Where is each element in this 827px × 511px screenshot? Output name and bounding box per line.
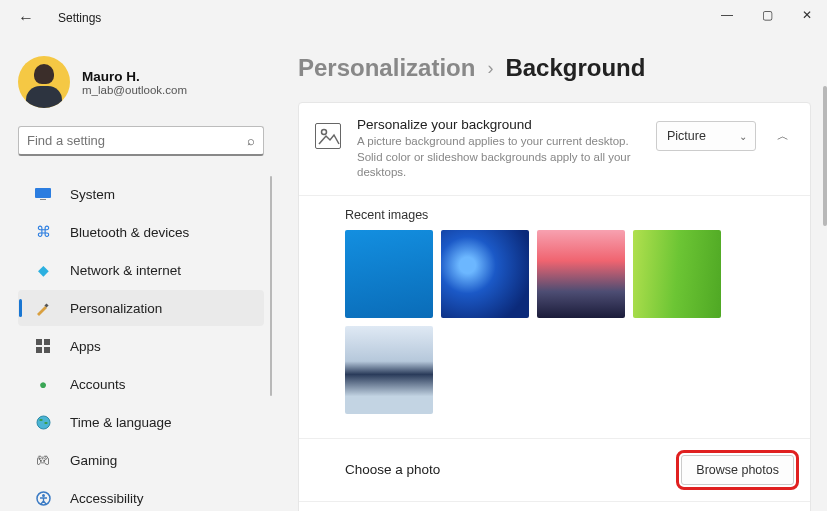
sidebar-item-time[interactable]: Time & language: [18, 404, 264, 440]
sidebar-item-gaming[interactable]: 🎮︎ Gaming: [18, 442, 264, 478]
recent-image-4[interactable]: [633, 230, 721, 318]
time-icon: [34, 415, 52, 430]
minimize-button[interactable]: —: [707, 0, 747, 30]
card-desc: A picture background applies to your cur…: [357, 134, 637, 181]
svg-rect-1: [40, 199, 46, 200]
chevron-down-icon: ⌄: [739, 131, 747, 142]
profile-email: m_lab@outlook.com: [82, 84, 187, 96]
sidebar-item-bluetooth[interactable]: ⌘ Bluetooth & devices: [18, 214, 264, 250]
sidebar-item-accessibility[interactable]: Accessibility: [18, 480, 264, 511]
breadcrumb: Personalization › Background: [298, 54, 811, 82]
breadcrumb-parent[interactable]: Personalization: [298, 54, 475, 82]
sidebar-item-personalization[interactable]: Personalization: [18, 290, 264, 326]
svg-rect-3: [36, 339, 42, 345]
svg-rect-4: [44, 339, 50, 345]
search-icon: ⌕: [247, 133, 255, 148]
sidebar-scrollbar[interactable]: [270, 176, 272, 396]
svg-rect-0: [35, 188, 51, 198]
select-value: Picture: [667, 129, 706, 143]
sidebar-item-apps[interactable]: Apps: [18, 328, 264, 364]
recent-images-label: Recent images: [345, 208, 794, 222]
profile-name: Mauro H.: [82, 69, 187, 84]
sidebar-item-label: Apps: [70, 339, 101, 354]
sidebar-item-label: Gaming: [70, 453, 117, 468]
recent-image-1[interactable]: [345, 230, 433, 318]
sidebar-item-label: Time & language: [70, 415, 172, 430]
gaming-icon: 🎮︎: [34, 453, 52, 468]
breadcrumb-current: Background: [505, 54, 645, 82]
collapse-button[interactable]: ︿: [772, 121, 794, 151]
svg-rect-5: [36, 347, 42, 353]
picture-icon: [315, 123, 341, 149]
svg-point-7: [37, 416, 50, 429]
recent-image-5[interactable]: [345, 326, 433, 414]
accounts-icon: ●: [34, 377, 52, 392]
chevron-up-icon: ︿: [777, 128, 789, 145]
svg-point-10: [322, 130, 327, 135]
sidebar-item-label: Accessibility: [70, 491, 144, 506]
maximize-button[interactable]: ▢: [747, 0, 787, 30]
app-title: Settings: [58, 11, 101, 25]
content-scrollbar[interactable]: [823, 86, 827, 226]
sidebar-item-label: Network & internet: [70, 263, 181, 278]
sidebar-item-label: Accounts: [70, 377, 126, 392]
background-mode-select[interactable]: Picture ⌄: [656, 121, 756, 151]
sidebar-item-label: System: [70, 187, 115, 202]
profile-block[interactable]: Mauro H. m_lab@outlook.com: [18, 56, 264, 108]
back-button[interactable]: ←: [18, 9, 36, 27]
chevron-right-icon: ›: [487, 58, 493, 79]
close-button[interactable]: ✕: [787, 0, 827, 30]
sidebar-item-network[interactable]: ◆ Network & internet: [18, 252, 264, 288]
svg-point-9: [42, 494, 45, 497]
sidebar-item-label: Personalization: [70, 301, 162, 316]
card-title: Personalize your background: [357, 117, 640, 132]
search-input[interactable]: [27, 133, 247, 148]
search-input-wrapper[interactable]: ⌕: [18, 126, 264, 156]
accessibility-icon: [34, 491, 52, 506]
sidebar-item-system[interactable]: System: [18, 176, 264, 212]
apps-icon: [34, 339, 52, 353]
svg-rect-6: [44, 347, 50, 353]
sidebar-item-label: Bluetooth & devices: [70, 225, 189, 240]
avatar: [18, 56, 70, 108]
system-icon: [34, 188, 52, 200]
recent-image-2[interactable]: [441, 230, 529, 318]
choose-photo-label: Choose a photo: [345, 462, 440, 477]
bluetooth-icon: ⌘: [34, 223, 52, 241]
sidebar-item-accounts[interactable]: ● Accounts: [18, 366, 264, 402]
wifi-icon: ◆: [34, 262, 52, 278]
personalization-icon: [34, 300, 52, 316]
browse-photos-button[interactable]: Browse photos: [681, 455, 794, 485]
recent-image-3[interactable]: [537, 230, 625, 318]
